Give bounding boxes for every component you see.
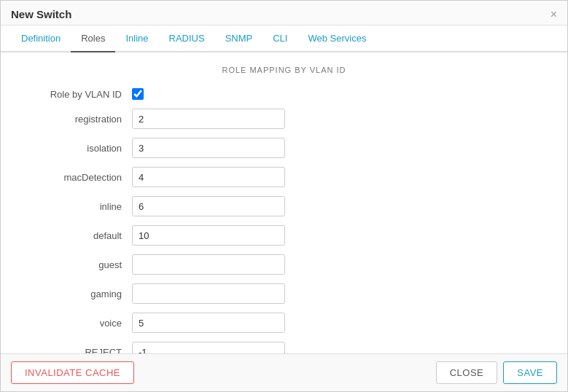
input-isolation[interactable]: [132, 138, 285, 158]
label-voice: voice: [15, 318, 132, 329]
tab-definition[interactable]: Definition: [11, 26, 71, 52]
form-row-macdetection: macDetection: [1, 163, 567, 191]
modal-overlay: New Switch × DefinitionRolesInlineRADIUS…: [0, 0, 568, 392]
form-row-voice: voice: [1, 309, 567, 337]
label-reject: REJECT: [15, 347, 132, 354]
save-button[interactable]: SAVE: [503, 361, 557, 384]
form-fields: Role by VLAN IDregistrationisolationmacD…: [1, 85, 567, 353]
input-inline[interactable]: [132, 196, 285, 216]
form-row-reject: REJECT: [1, 338, 567, 353]
label-guest: guest: [15, 259, 132, 270]
label-isolation: isolation: [15, 143, 132, 154]
tabs-bar: DefinitionRolesInlineRADIUSSNMPCLIWeb Se…: [1, 26, 567, 52]
modal-body: ROLE MAPPING BY VLAN ID Role by VLAN IDr…: [1, 52, 567, 353]
footer-right-buttons: CLOSE SAVE: [436, 361, 557, 384]
modal-footer: INVALIDATE CACHE CLOSE SAVE: [1, 353, 567, 391]
form-row-default: default: [1, 222, 567, 249]
close-x-button[interactable]: ×: [551, 9, 557, 20]
modal: New Switch × DefinitionRolesInlineRADIUS…: [0, 0, 568, 392]
tab-cli[interactable]: CLI: [262, 26, 297, 52]
modal-header: New Switch ×: [1, 1, 567, 26]
form-row-registration: registration: [1, 105, 567, 133]
input-macdetection[interactable]: [132, 167, 285, 187]
form-row-gaming: gaming: [1, 280, 567, 307]
label-inline: inline: [15, 201, 132, 212]
close-button[interactable]: CLOSE: [436, 361, 498, 384]
form-row-guest: guest: [1, 251, 567, 278]
label-role-by-vlan: Role by VLAN ID: [15, 89, 132, 100]
tab-roles[interactable]: Roles: [71, 26, 115, 52]
tab-snmp[interactable]: SNMP: [215, 26, 263, 52]
input-voice[interactable]: [132, 313, 285, 333]
label-macdetection: macDetection: [15, 172, 132, 183]
input-reject[interactable]: [132, 342, 285, 353]
input-registration[interactable]: [132, 109, 285, 129]
invalidate-cache-button[interactable]: INVALIDATE CACHE: [11, 361, 134, 384]
tab-web-services[interactable]: Web Services: [297, 26, 376, 52]
form-row-inline: inline: [1, 192, 567, 220]
input-gaming[interactable]: [132, 283, 285, 304]
section-title: ROLE MAPPING BY VLAN ID: [1, 52, 567, 85]
label-default: default: [15, 230, 132, 241]
input-default[interactable]: [132, 225, 285, 246]
modal-title: New Switch: [11, 8, 71, 20]
label-gaming: gaming: [15, 289, 132, 299]
input-guest[interactable]: [132, 254, 285, 275]
tab-radius[interactable]: RADIUS: [159, 26, 215, 52]
form-row-isolation: isolation: [1, 134, 567, 162]
checkbox-role-by-vlan[interactable]: [132, 88, 144, 100]
form-row-role-by-vlan: Role by VLAN ID: [1, 85, 567, 103]
label-registration: registration: [15, 114, 132, 125]
tab-inline[interactable]: Inline: [115, 26, 158, 52]
